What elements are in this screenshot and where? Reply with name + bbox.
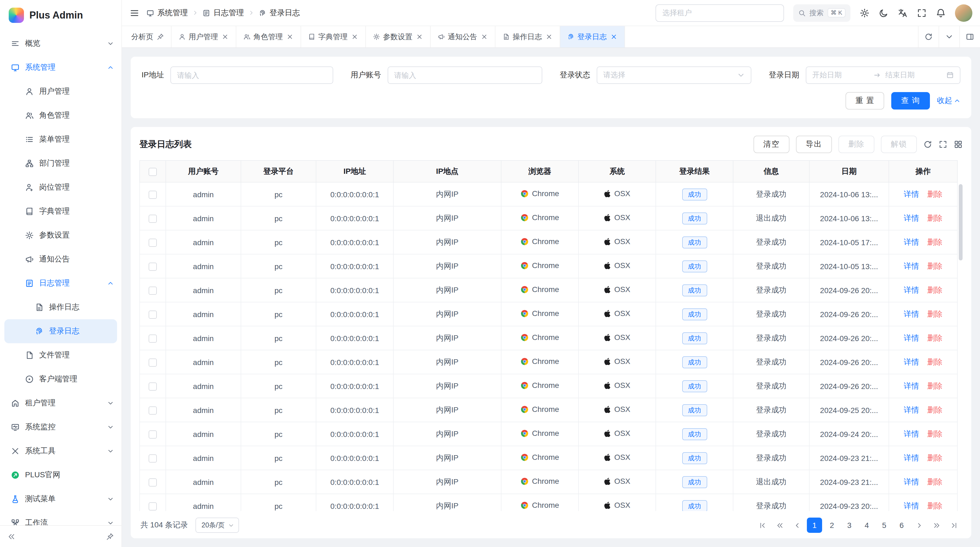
sidebar-item[interactable]: 客户端管理 [0, 367, 121, 391]
detail-link[interactable]: 详情 [904, 357, 919, 366]
refresh-table-icon[interactable] [923, 140, 932, 149]
avatar[interactable] [955, 4, 972, 22]
sidebar-item[interactable]: 系统监控 [0, 415, 121, 439]
row-checkbox[interactable] [149, 239, 157, 247]
sidebar-item[interactable]: PLUS官网 [0, 463, 121, 487]
close-icon[interactable] [416, 33, 423, 40]
close-icon[interactable] [610, 33, 617, 40]
breadcrumb-item[interactable]: 登录日志 [259, 8, 300, 18]
column-header[interactable]: 信息 [733, 161, 809, 182]
table-fullscreen-icon[interactable] [939, 140, 947, 149]
sidebar-item[interactable]: 岗位管理 [0, 175, 121, 199]
row-checkbox[interactable] [149, 383, 157, 391]
tab[interactable]: 通知公告 [430, 26, 495, 48]
row-checkbox[interactable] [149, 335, 157, 343]
detail-link[interactable]: 详情 [904, 405, 919, 414]
sidebar-item[interactable]: 租户管理 [0, 391, 121, 415]
clear-button[interactable]: 清空 [754, 136, 789, 153]
sidebar-item[interactable]: 登录日志 [4, 319, 117, 343]
row-checkbox[interactable] [149, 311, 157, 319]
delete-link[interactable]: 删除 [927, 501, 942, 510]
sidebar-item[interactable]: 用户管理 [0, 80, 121, 104]
detail-link[interactable]: 详情 [904, 189, 919, 198]
delete-button[interactable]: 删除 [838, 136, 874, 153]
delete-link[interactable]: 删除 [927, 189, 942, 198]
last-page-button[interactable] [946, 518, 961, 533]
breadcrumb-item[interactable]: 系统管理 [146, 8, 188, 18]
row-checkbox[interactable] [149, 263, 157, 271]
column-header[interactable]: 登录结果 [656, 161, 733, 182]
export-button[interactable]: 导出 [796, 136, 832, 153]
query-button[interactable]: 查 询 [891, 92, 930, 110]
row-checkbox[interactable] [149, 191, 157, 199]
sidebar-item[interactable]: 部门管理 [0, 152, 121, 175]
dark-mode-icon[interactable] [879, 8, 889, 18]
delete-link[interactable]: 删除 [927, 381, 942, 390]
row-checkbox[interactable] [149, 359, 157, 367]
sidebar-item[interactable]: 角色管理 [0, 104, 121, 128]
row-checkbox[interactable] [149, 455, 157, 462]
hamburger-icon[interactable] [130, 8, 139, 18]
tab-options-chevron-icon[interactable] [939, 26, 959, 48]
tenant-select[interactable]: 选择租户 [655, 4, 784, 22]
tab[interactable]: 分析页 [124, 26, 171, 48]
date-range-picker[interactable]: 开始日期 结束日期 [806, 67, 960, 84]
delete-link[interactable]: 删除 [927, 333, 942, 342]
column-header[interactable]: 操作 [889, 161, 958, 182]
column-header[interactable]: IP地点 [393, 161, 501, 182]
column-header[interactable]: 系统 [579, 161, 656, 182]
column-header[interactable]: 用户账号 [166, 161, 241, 182]
delete-link[interactable]: 删除 [927, 405, 942, 414]
sidebar-item[interactable]: 通知公告 [0, 247, 121, 271]
prev-page-button[interactable] [789, 518, 805, 533]
pin-icon[interactable] [106, 533, 114, 540]
column-header[interactable]: IP地址 [316, 161, 393, 182]
detail-link[interactable]: 详情 [904, 213, 919, 222]
page-3-button[interactable]: 3 [842, 518, 857, 533]
notifications-icon[interactable] [936, 8, 946, 18]
translate-icon[interactable] [898, 8, 908, 18]
tab[interactable]: 登录日志 [560, 26, 625, 48]
breadcrumb-item[interactable]: 日志管理 [202, 8, 244, 18]
tab[interactable]: 参数设置 [366, 26, 430, 48]
sidebar-item[interactable]: 字典管理 [0, 199, 121, 223]
close-icon[interactable] [221, 33, 228, 40]
delete-link[interactable]: 删除 [927, 309, 942, 318]
sidebar-item[interactable]: 操作日志 [0, 295, 121, 319]
detail-link[interactable]: 详情 [904, 333, 919, 342]
status-select[interactable]: 请选择 [597, 67, 751, 84]
delete-link[interactable]: 删除 [927, 429, 942, 438]
unlock-button[interactable]: 解锁 [881, 136, 917, 153]
sidebar-item[interactable]: 参数设置 [0, 223, 121, 247]
row-checkbox[interactable] [149, 431, 157, 439]
close-icon[interactable] [351, 33, 358, 40]
delete-link[interactable]: 删除 [927, 477, 942, 486]
reset-button[interactable]: 重 置 [846, 92, 884, 110]
column-header[interactable]: 登录平台 [241, 161, 316, 182]
next-group-button[interactable] [929, 518, 944, 533]
sidebar-item[interactable]: 系统工具 [0, 439, 121, 463]
detail-link[interactable]: 详情 [904, 477, 919, 486]
ip-input[interactable] [170, 67, 333, 84]
page-5-button[interactable]: 5 [877, 518, 892, 533]
detail-link[interactable]: 详情 [904, 453, 919, 462]
delete-link[interactable]: 删除 [927, 357, 942, 366]
prev-group-button[interactable] [772, 518, 787, 533]
sidebar-item[interactable]: 概览 [0, 32, 121, 56]
refresh-tabs-icon[interactable] [918, 26, 939, 48]
row-checkbox[interactable] [149, 502, 157, 510]
row-checkbox[interactable] [149, 478, 157, 486]
delete-link[interactable]: 删除 [927, 213, 942, 222]
sidebar-item[interactable]: 工作流 [0, 511, 121, 525]
layout-panel-icon[interactable] [959, 26, 980, 48]
global-search[interactable]: 搜索 ⌘ K [793, 4, 850, 22]
sidebar-item[interactable]: 测试菜单 [0, 487, 121, 511]
row-checkbox[interactable] [149, 407, 157, 415]
page-6-button[interactable]: 6 [894, 518, 909, 533]
detail-link[interactable]: 详情 [904, 501, 919, 510]
account-input[interactable] [388, 67, 542, 84]
table-scrollbar[interactable] [959, 184, 963, 260]
first-page-button[interactable] [755, 518, 770, 533]
select-all-checkbox[interactable] [149, 168, 157, 176]
page-1-button[interactable]: 1 [807, 518, 822, 533]
